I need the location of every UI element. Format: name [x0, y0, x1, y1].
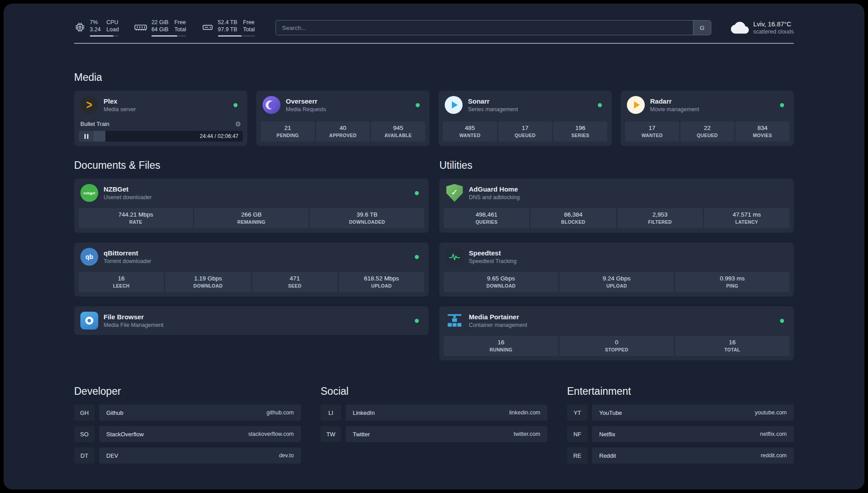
pause-button[interactable]	[79, 131, 94, 142]
bookmark-bar: Reddit reddit.com	[592, 447, 794, 464]
bookmark-url: netflix.com	[760, 431, 787, 437]
service-card-radarr[interactable]: Radarr Movie management 17 WANTED 22 QUE…	[621, 91, 794, 146]
bookmark-group-entertainment: Entertainment YT YouTube youtube.com NF …	[567, 385, 794, 464]
player-time: 24:44 / 02:06:47	[200, 131, 238, 142]
stat-downloaded: 39.6 TB DOWNLOADED	[310, 208, 424, 228]
disk-labels: Free Total	[243, 19, 255, 33]
bookmark-name: Twitter	[353, 431, 370, 438]
bookmark-url: youtube.com	[755, 409, 787, 416]
service-stats: 16 LEECH 1.19 Gbps DOWNLOAD 471 SEED	[79, 267, 424, 292]
service-subtitle: Series management	[468, 106, 518, 113]
memory-widget: 22 GiB 64 GiB Free Total	[134, 19, 186, 37]
bookmark-abbr: TW	[321, 426, 341, 442]
bookmark-github[interactable]: GH Github github.com	[74, 405, 301, 421]
service-stats: 485 WANTED 17 QUEUED 196 SERIES	[443, 116, 607, 142]
service-stats: 498,461 QUERIES 86,384 BLOCKED 2,953 FIL…	[444, 203, 789, 228]
stat-queued: 22 QUEUED	[680, 121, 734, 142]
search-input[interactable]	[276, 21, 693, 35]
bookmark-bar: YouTube youtube.com	[592, 405, 794, 421]
disk-values: 52.4 TB 97.9 TB	[218, 19, 238, 33]
section-media: Media > Plex Media server Bullet Train ⚙	[74, 71, 794, 146]
now-playing-title: Bullet Train	[80, 121, 109, 127]
stat-pending: 21 PENDING	[261, 121, 315, 142]
service-name: qBittorrent	[104, 249, 151, 257]
section-documents: Documents & Files nzbget NZBGet Usenet d…	[74, 159, 429, 360]
status-dot	[234, 103, 238, 107]
service-name: Sonarr	[468, 97, 518, 105]
bookmark-linkedin[interactable]: LI LinkedIn linkedin.com	[321, 405, 547, 421]
bookmark-abbr: GH	[74, 405, 95, 421]
player-progress-fill	[94, 131, 105, 142]
service-subtitle: Media File Management	[104, 322, 163, 328]
cpu-progress-bar	[90, 35, 119, 37]
bookmark-bar: StackOverflow stackoverflow.com	[99, 426, 301, 442]
bookmark-stackoverflow[interactable]: SO StackOverflow stackoverflow.com	[74, 426, 301, 442]
stat-queries: 498,461 QUERIES	[444, 208, 529, 228]
section-title-social: Social	[321, 385, 547, 397]
disk-progress-bar	[218, 35, 255, 37]
stat-stopped: 0 STOPPED	[559, 336, 674, 356]
disk-widget: 52.4 TB 97.9 TB Free Total	[201, 19, 255, 37]
section-utilities: Utilities ✓ AdGuard Home DNS and adblock…	[439, 159, 794, 360]
status-dot	[415, 319, 419, 323]
section-title-entertainment: Entertainment	[567, 385, 794, 397]
bookmark-url: dev.to	[279, 452, 294, 459]
section-title-developer: Developer	[74, 385, 301, 397]
service-name: Overseerr	[286, 97, 326, 105]
service-card-overseerr[interactable]: Overseerr Media Requests 21 PENDING 40 A…	[256, 91, 430, 146]
bookmark-bar: Github github.com	[99, 405, 301, 421]
status-dot	[598, 103, 602, 107]
service-stats: 744.21 Mbps RATE 266 GB REMAINING 39.6 T…	[79, 203, 424, 228]
service-card-filebrowser[interactable]: File Browser Media File Management	[74, 306, 429, 335]
service-card-qbittorrent[interactable]: qb qBittorrent Torrent downloader 16 LEE…	[74, 242, 429, 297]
bookmark-url: twitter.com	[513, 431, 540, 437]
bookmark-abbr: SO	[74, 426, 95, 442]
bookmark-dev[interactable]: DT DEV dev.to	[74, 447, 301, 464]
service-subtitle: Speedtest Tracking	[469, 258, 517, 264]
service-card-portainer[interactable]: Media Portainer Container management 16 …	[439, 306, 794, 360]
bookmark-abbr: DT	[74, 447, 95, 464]
section-title-documents: Documents & Files	[74, 159, 429, 171]
bookmark-name: Github	[106, 409, 123, 416]
stat-series: 196 SERIES	[553, 121, 607, 142]
bookmark-url: stackoverflow.com	[248, 431, 294, 437]
bookmark-reddit[interactable]: RE Reddit reddit.com	[567, 447, 794, 464]
nzbget-icon: nzbget	[80, 184, 98, 202]
disk-icon	[201, 21, 214, 33]
stat-upload: 618.52 Mbps UPLOAD	[339, 272, 424, 292]
bookmark-netflix[interactable]: NF Netflix netflix.com	[567, 426, 794, 442]
service-card-adguard[interactable]: ✓ AdGuard Home DNS and adblocking 498,46…	[439, 179, 794, 233]
cloud-icon	[731, 19, 749, 37]
service-name: Plex	[104, 97, 136, 105]
stat-remaining: 266 GB REMAINING	[194, 208, 309, 228]
stat-queued: 17 QUEUED	[498, 121, 552, 142]
service-name: Speedtest	[469, 249, 517, 257]
service-card-sonarr[interactable]: Sonarr Series management 485 WANTED 17 Q…	[438, 91, 612, 146]
cpu-values: 7% 3.24	[90, 19, 100, 33]
speedtest-icon	[446, 248, 463, 266]
bookmark-bar: Twitter twitter.com	[346, 426, 547, 442]
stat-wanted: 485 WANTED	[443, 121, 497, 142]
bookmark-name: YouTube	[599, 409, 622, 416]
memory-icon	[134, 21, 147, 33]
service-stats: 21 PENDING 40 APPROVED 945 AVAILABLE	[261, 116, 425, 142]
service-card-nzbget[interactable]: nzbget NZBGet Usenet downloader 744.21 M…	[74, 179, 429, 233]
player-progress-bar: 24:44 / 02:06:47	[79, 131, 243, 142]
stat-seed: 471 SEED	[252, 272, 338, 292]
status-dot	[416, 103, 420, 107]
bookmark-twitter[interactable]: TW Twitter twitter.com	[321, 426, 547, 442]
service-subtitle: Media server	[104, 106, 136, 113]
bookmark-youtube[interactable]: YT YouTube youtube.com	[567, 405, 794, 421]
service-card-speedtest[interactable]: Speedtest Speedtest Tracking 9.65 Gbps D…	[439, 242, 794, 297]
service-card-plex[interactable]: > Plex Media server Bullet Train ⚙	[74, 91, 247, 146]
cpu-labels: CPU Load	[106, 19, 119, 33]
service-name: NZBGet	[104, 185, 152, 193]
bookmark-abbr: NF	[567, 426, 588, 442]
stat-total: 16 TOTAL	[675, 336, 789, 356]
bookmark-group-social: Social LI LinkedIn linkedin.com TW Twitt…	[321, 385, 547, 464]
service-subtitle: Torrent downloader	[104, 258, 151, 264]
search-provider-button[interactable]: G	[693, 21, 711, 35]
bookmark-abbr: YT	[567, 405, 588, 421]
stat-latency: 47.571 ms LATENCY	[704, 208, 789, 228]
gear-icon[interactable]: ⚙	[235, 121, 241, 127]
